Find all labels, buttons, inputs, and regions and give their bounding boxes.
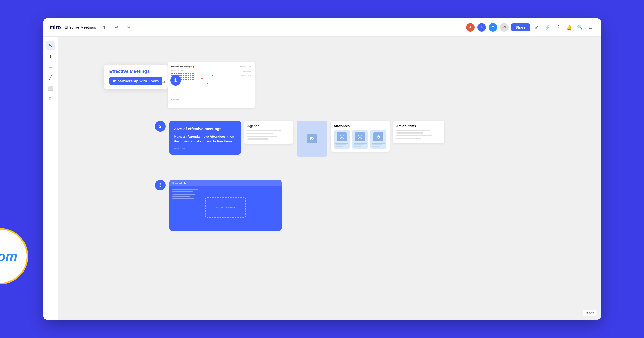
frame3-area: 3 Group activity Add your content here (155, 180, 282, 231)
attendee-detail-5 (372, 144, 382, 145)
avatar-3[interactable]: C (489, 23, 497, 32)
frame3-dashed-box: Add your content here (205, 197, 246, 218)
attendee-detail-4 (354, 146, 361, 147)
avatar-2[interactable]: B (477, 23, 486, 32)
frame2-area: 2 3A's of effective meetings: Have an Ag… (155, 121, 444, 157)
image-placeholder-card: 🖼 (297, 121, 327, 157)
text-tool[interactable]: T (46, 51, 55, 61)
board-title: Effective Meetings (65, 25, 96, 29)
action-item-3 (396, 135, 432, 136)
attendee-card-3: 🖼 (370, 130, 386, 149)
shape-tool[interactable]: ⬜ (46, 84, 55, 93)
connector-arrow: ➜ (161, 79, 166, 85)
upload-button[interactable]: ⬆ (100, 23, 108, 31)
frame3-line-2 (172, 191, 193, 192)
avatar-count[interactable]: +3 (500, 23, 509, 32)
frame2-blue-card: 3A's of effective meetings: Have an Agen… (169, 121, 241, 155)
frame1-title: How are you feeling? 🌻 (171, 66, 251, 68)
attendee-photo-2: 🖼 (355, 132, 365, 141)
help-icon[interactable]: ? (554, 23, 562, 31)
step-3-circle: 3 (155, 180, 166, 190)
zoom-level-badge: 300% (583, 310, 596, 316)
action-items-card: Action Items (393, 121, 444, 143)
left-toolbar: ↖ T ▭ ╱ ⬜ ⧉ ··· (43, 37, 58, 320)
step-1-circle: 1 (170, 75, 181, 86)
blue-card-title: 3A's of effective meetings: (174, 126, 236, 132)
blue-card-footer: Lorem ipsum (174, 147, 236, 150)
menu-icon[interactable]: ☰ (586, 23, 595, 31)
frame1-mood: How are you feeling? 🌻 HIGH ENERGYBALANC… (168, 62, 255, 108)
frame3-dashed-label: Add your content here (215, 206, 235, 209)
title-card-inner: Effective Meetings In partnership with Z… (104, 65, 168, 89)
title-card-sub: In partnership with Zoom (109, 77, 162, 85)
balanced-label: BALANCED (171, 99, 251, 101)
agenda-item-3 (247, 136, 277, 137)
frame1-body: OVERWHELMED (171, 70, 251, 98)
share-button[interactable]: Share (511, 23, 530, 31)
blue-card-body: Have an Agenda, have Attendees know thei… (174, 134, 236, 144)
agenda-item-4 (247, 138, 269, 140)
frame3-line-4 (172, 196, 190, 197)
miro-logo: miro (50, 24, 61, 31)
frame3-header: Group activity (169, 180, 282, 186)
more-tools[interactable]: ··· (46, 105, 55, 114)
action-item-2 (396, 132, 423, 134)
agenda-title: Agenda (247, 124, 290, 128)
zoom-circle: zoom (0, 228, 28, 284)
avatar-1[interactable]: A (466, 23, 475, 32)
cursor-icon[interactable]: ⤢ (533, 23, 541, 31)
frame-tool[interactable]: ⧉ (46, 94, 55, 104)
agenda-item-1 (247, 130, 281, 131)
overwhelmed-label: OVERWHELMED (171, 70, 194, 72)
placeholder-image-icon: 🖼 (307, 134, 317, 143)
mood-point-2 (207, 83, 208, 84)
attendees-card: Attendees 🖼 🖼 (331, 121, 390, 152)
attendee-photo-1: 🖼 (337, 132, 347, 141)
attendee-name-2 (354, 143, 367, 144)
mood-chart (196, 70, 251, 98)
attendee-card-2: 🖼 (352, 130, 368, 149)
frame3-card: Group activity Add your content here (169, 180, 282, 231)
main-area: ↖ T ▭ ╱ ⬜ ⧉ ··· Effective Meetings In pa… (43, 37, 601, 320)
attendee-photo-3: 🖼 (373, 132, 383, 141)
agenda-item-2 (247, 133, 273, 134)
agenda-card: Agenda (244, 121, 293, 144)
undo-button[interactable]: ↩ (112, 23, 120, 31)
step-2-circle: 2 (155, 121, 166, 132)
topbar-left: miro Effective Meetings ⬆ ↩ ↪ (50, 23, 466, 31)
redo-button[interactable]: ↪ (125, 23, 133, 31)
cursor-tool[interactable]: ↖ (46, 41, 55, 50)
browser-window: miro Effective Meetings ⬆ ↩ ↪ A B C +3 S… (43, 18, 601, 320)
frame3-lines (172, 189, 198, 200)
canvas: Effective Meetings In partnership with Z… (58, 37, 601, 320)
note-tool[interactable]: ▭ (46, 62, 55, 71)
action-item-1 (396, 130, 430, 131)
title-card: Effective Meetings In partnership with Z… (104, 65, 168, 89)
mood-scatter (196, 70, 251, 98)
pen-tool[interactable]: ╱ (46, 73, 55, 82)
mood-point-1 (201, 78, 203, 79)
attendee-cards-row: 🖼 🖼 🖼 (334, 130, 387, 149)
title-card-main: Effective Meetings (109, 69, 162, 74)
attendee-name-1 (335, 143, 348, 144)
attendees-title: Attendees (334, 124, 387, 128)
attendee-detail-2 (335, 146, 343, 147)
attendee-detail-3 (354, 144, 364, 145)
zoom-logo-text: zoom (0, 249, 17, 264)
attendee-detail-1 (335, 144, 346, 145)
attendee-name-3 (372, 143, 385, 144)
action-item-4 (396, 138, 421, 139)
search-icon[interactable]: 🔍 (576, 23, 584, 31)
stats-icon[interactable]: ⚡ (544, 23, 552, 31)
attendee-detail-6 (372, 146, 380, 147)
topbar-right: A B C +3 Share ⤢ ⚡ ? 🔔 🔍 ☰ (466, 23, 595, 32)
frame3-line-3 (172, 194, 195, 195)
action-items-title: Action Items (396, 124, 441, 128)
attendee-card-1: 🖼 (334, 130, 350, 149)
frame3-line-5 (172, 198, 194, 199)
frame3-line-1 (172, 189, 198, 190)
mood-point-3 (212, 75, 213, 76)
notification-icon[interactable]: 🔔 (565, 23, 573, 31)
topbar: miro Effective Meetings ⬆ ↩ ↪ A B C +3 S… (43, 18, 601, 37)
